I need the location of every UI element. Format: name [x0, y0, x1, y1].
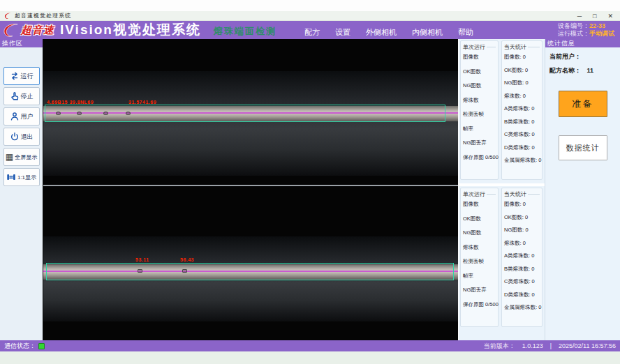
one-to-one-icon	[6, 172, 16, 182]
power-icon	[10, 132, 20, 142]
stat-row: A类熔珠数: 0	[504, 105, 540, 112]
single-run-groupbox: 单次运行 图像数OK图数NG图数熔珠数检测丢帧帧率NG图丢弃保存原图 0/500	[460, 40, 499, 180]
stat-row: NG图数: 0	[504, 79, 540, 86]
menu-item-help[interactable]: 帮助	[458, 27, 473, 38]
camera-image-top: 4.69B15 39.8NL69 31.5741.69	[43, 39, 458, 185]
user-button[interactable]: 用户	[3, 107, 40, 126]
stat-row: 检测丢帧	[463, 258, 496, 265]
stat-row: 保存原图 0/500	[463, 301, 496, 308]
camera1-bead-mark	[56, 112, 61, 115]
stat-row: 熔珠数	[463, 244, 496, 251]
menu-item-recipe[interactable]: 配方	[304, 27, 320, 38]
camera2-detection-rect	[46, 263, 454, 280]
brand-name: 超音速	[21, 24, 54, 37]
camera1-background-band	[43, 71, 458, 176]
stat-row: B类熔珠数: 0	[504, 119, 540, 126]
run-loop-icon	[10, 71, 20, 81]
desktop-margin-bottom	[0, 351, 620, 364]
minimize-icon[interactable]: ─	[577, 11, 582, 21]
today-stats-title: 当天统计	[504, 190, 540, 198]
today-stats-groupbox: 当天统计 图像数: 0OK图数: 0NG图数: 0熔珠数: 0A类熔珠数: 0B…	[501, 188, 542, 327]
datetime-value: 2025/02/11 16:57:56	[559, 342, 616, 349]
info-panel: 统计信息 当前用户： 配方名称： 11 准备 数据统计	[545, 39, 620, 340]
stat-row: 熔珠数	[463, 97, 496, 104]
camera2-stats-section: 单次运行 图像数OK图数NG图数熔珠数检测丢帧帧率NG图丢弃保存原图 0/500…	[459, 186, 545, 340]
camera1-measurement-annotation: 31.5741.69	[128, 100, 156, 105]
stat-row: 熔珠数: 0	[504, 93, 540, 100]
stop-button-label: 停止	[21, 92, 34, 101]
single-run-rows: 图像数OK图数NG图数熔珠数检测丢帧帧率NG图丢弃保存原图 0/500	[463, 201, 496, 308]
camera2-measurement-annotation: 53.11	[135, 257, 149, 262]
run-button-label: 运行	[21, 72, 34, 81]
single-run-groupbox: 单次运行 图像数OK图数NG图数熔珠数检测丢帧帧率NG图丢弃保存原图 0/500	[460, 188, 499, 327]
camera-image-bottom: 53.11 56.43	[43, 186, 458, 340]
one-to-one-button[interactable]: 1:1显示	[3, 168, 40, 186]
camera-viewport: 4.69B15 39.8NL69 31.5741.69 53.11 56.43	[43, 39, 458, 340]
status-separator: |	[550, 342, 552, 349]
menu-item-settings[interactable]: 设置	[335, 27, 350, 38]
current-user-row: 当前用户：	[549, 52, 616, 61]
camera2-bead-mark	[138, 269, 142, 273]
page-title: IVision视觉处理系统	[60, 21, 201, 39]
exit-button[interactable]: 退出	[3, 128, 40, 146]
single-run-title: 单次运行	[463, 190, 496, 198]
camera1-stats-section: 单次运行 图像数OK图数NG图数熔珠数检测丢帧帧率NG图丢弃保存原图 0/500…	[459, 39, 545, 183]
stat-row: C类熔珠数: 0	[504, 131, 540, 138]
device-number-label: 设备编号：	[558, 22, 589, 29]
stat-row: 图像数: 0	[504, 201, 540, 208]
window-title: 超音速视觉处理系统	[15, 12, 71, 20]
hand-stop-icon	[10, 91, 20, 101]
today-stats-title: 当天统计	[504, 43, 540, 51]
desktop-margin-top	[0, 0, 620, 11]
app-header: 超音速 IVision视觉处理系统 熔珠端面检测 配方 设置 外侧相机 内侧相机…	[0, 21, 620, 39]
stat-row: 金属屑熔珠数: 0	[504, 157, 540, 164]
stat-row: NG图丢弃	[463, 139, 496, 146]
data-statistics-button[interactable]: 数据统计	[559, 135, 607, 160]
app-logo-icon	[4, 12, 12, 20]
application-window: 超音速视觉处理系统 ─ □ ✕ 超音速 IVision视觉处理系统 熔珠端面检测…	[0, 0, 620, 364]
status-bar: 通信状态： 当前版本： 1.0.123 | 2025/02/11 16:57:5…	[0, 340, 620, 351]
recipe-label: 配方名称：	[549, 67, 581, 74]
stat-row: C类熔珠数: 0	[504, 278, 540, 285]
stat-row: NG图丢弃	[463, 287, 496, 294]
recipe-row: 配方名称： 11	[549, 66, 616, 75]
stop-button[interactable]: 停止	[3, 87, 40, 105]
menu-item-outer-camera[interactable]: 外侧相机	[366, 27, 397, 38]
stat-row: A类熔珠数: 0	[504, 252, 540, 259]
stat-row: 金属屑熔珠数: 0	[504, 304, 540, 311]
stat-row: NG图数	[463, 229, 496, 236]
device-number-value: 22-33	[589, 22, 605, 29]
info-panel-title: 统计信息	[545, 39, 620, 47]
stat-row: 保存原图 0/500	[463, 154, 496, 161]
window-titlebar: 超音速视觉处理系统 ─ □ ✕	[0, 11, 620, 21]
stat-row: 图像数	[463, 54, 496, 61]
prepare-button[interactable]: 准备	[559, 91, 607, 117]
device-info: 设备编号：22-33 运行模式：手动调试	[558, 22, 614, 38]
stat-row: 熔珠数: 0	[504, 240, 540, 247]
exit-button-label: 退出	[21, 132, 34, 142]
statistics-column: 单次运行 图像数OK图数NG图数熔珠数检测丢帧帧率NG图丢弃保存原图 0/500…	[459, 39, 545, 340]
run-mode-value: 手动调试	[589, 30, 614, 37]
close-icon[interactable]: ✕	[607, 11, 613, 21]
stat-row: B类熔珠数: 0	[504, 266, 540, 273]
version-value: 1.0.123	[522, 342, 543, 349]
status-bar-right: 当前版本： 1.0.123 | 2025/02/11 16:57:56	[484, 342, 616, 351]
stat-row: D类熔珠数: 0	[504, 144, 540, 151]
stat-row: OK图数: 0	[504, 214, 540, 221]
current-user-label: 当前用户：	[549, 53, 581, 60]
menu-item-inner-camera[interactable]: 内侧相机	[412, 27, 443, 38]
user-button-label: 用户	[21, 112, 34, 121]
camera1-bead-mark	[126, 112, 131, 115]
camera1-measurement-annotation: 4.69B15 39.8NL69	[47, 100, 94, 105]
stat-row: 图像数	[463, 201, 496, 208]
today-stats-groupbox: 当天统计 图像数: 0OK图数: 0NG图数: 0熔珠数: 0A类熔珠数: 0B…	[501, 40, 542, 180]
comm-status-indicator	[38, 343, 45, 349]
stat-row: 图像数: 0	[504, 54, 540, 61]
fullscreen-button[interactable]: ▦ 全屏显示	[3, 148, 40, 166]
operation-sidebar: 操作区 运行 停止 用户 退出	[0, 39, 43, 340]
run-button[interactable]: 运行	[3, 67, 40, 85]
sidebar-title: 操作区	[0, 39, 43, 47]
stat-row: OK图数	[463, 68, 496, 75]
maximize-icon[interactable]: □	[593, 11, 596, 21]
stat-row: 检测丢帧	[463, 111, 496, 118]
